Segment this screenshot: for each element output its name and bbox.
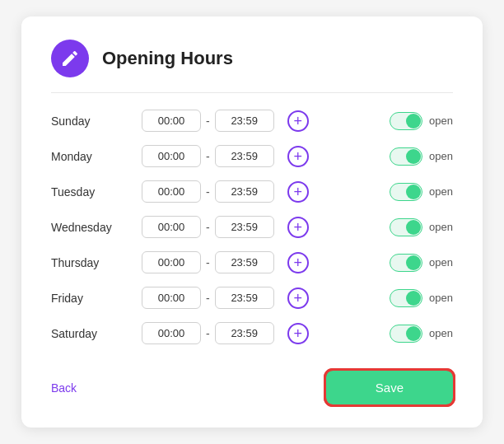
day-label: Wednesday [51, 221, 142, 234]
toggle-wrap: open [390, 218, 453, 236]
day-row: Tuesday - + open [51, 180, 453, 203]
time-range: - + [142, 322, 309, 344]
toggle-slider [390, 183, 422, 201]
toggle-slider [390, 289, 422, 307]
toggle-knob [406, 220, 421, 235]
toggle-knob [406, 149, 421, 164]
open-status-label: open [429, 292, 453, 304]
toggle-wrap: open [390, 289, 453, 307]
open-status-label: open [429, 115, 453, 127]
day-row: Sunday - + open [51, 110, 453, 132]
time-separator: - [206, 115, 210, 128]
toggle-slider [390, 325, 422, 343]
open-toggle[interactable] [390, 218, 422, 236]
time-range: - + [142, 287, 309, 309]
add-time-button[interactable]: + [287, 252, 309, 273]
header-icon-wrap [51, 40, 89, 77]
time-range: - + [142, 110, 309, 132]
toggle-knob [406, 326, 421, 341]
page-title: Opening Hours [102, 48, 233, 69]
open-status-label: open [429, 185, 453, 198]
toggle-wrap: open [390, 325, 453, 343]
toggle-slider [390, 218, 422, 236]
time-range: - + [142, 180, 309, 203]
start-time-input[interactable] [142, 180, 201, 203]
footer: Back Save [51, 364, 453, 404]
toggle-wrap: open [390, 254, 453, 272]
start-time-input[interactable] [142, 322, 201, 344]
day-row: Friday - + open [51, 287, 453, 309]
day-label: Friday [51, 292, 142, 305]
toggle-knob [406, 114, 421, 129]
days-list: Sunday - + open Monday - [51, 110, 453, 344]
day-label: Monday [51, 150, 142, 163]
time-range: - + [142, 145, 309, 167]
open-toggle[interactable] [390, 147, 422, 166]
toggle-knob [406, 255, 421, 270]
open-toggle[interactable] [390, 112, 422, 130]
open-status-label: open [429, 150, 453, 162]
time-range: - + [142, 251, 309, 273]
day-row: Monday - + open [51, 145, 453, 167]
end-time-input[interactable] [215, 322, 274, 344]
toggle-wrap: open [390, 147, 453, 166]
day-row: Saturday - + open [51, 322, 453, 344]
time-separator: - [206, 221, 210, 234]
add-time-button[interactable]: + [287, 146, 309, 167]
day-row: Thursday - + open [51, 251, 453, 273]
day-label: Sunday [51, 115, 142, 128]
day-label: Saturday [51, 327, 142, 340]
add-time-button[interactable]: + [287, 217, 309, 238]
open-status-label: open [429, 221, 453, 233]
add-time-button[interactable]: + [287, 287, 309, 309]
day-row: Wednesday - + open [51, 216, 453, 238]
toggle-slider [390, 147, 422, 166]
start-time-input[interactable] [142, 110, 201, 132]
edit-icon [60, 49, 80, 68]
time-separator: - [206, 292, 210, 305]
start-time-input[interactable] [142, 216, 201, 238]
card-header: Opening Hours [51, 40, 453, 93]
open-toggle[interactable] [390, 289, 422, 307]
toggle-wrap: open [390, 183, 453, 201]
open-status-label: open [429, 256, 453, 269]
time-separator: - [206, 185, 210, 199]
open-toggle[interactable] [390, 183, 422, 201]
toggle-knob [406, 185, 421, 199]
save-button[interactable]: Save [326, 371, 453, 404]
add-time-button[interactable]: + [287, 110, 309, 132]
end-time-input[interactable] [215, 110, 274, 132]
day-label: Thursday [51, 256, 142, 269]
toggle-slider [390, 254, 422, 272]
time-separator: - [206, 150, 210, 163]
back-button[interactable]: Back [51, 381, 77, 395]
toggle-knob [406, 291, 421, 306]
add-time-button[interactable]: + [287, 323, 309, 344]
time-range: - + [142, 216, 309, 238]
end-time-input[interactable] [215, 216, 274, 238]
end-time-input[interactable] [215, 180, 274, 203]
start-time-input[interactable] [142, 287, 201, 309]
open-status-label: open [429, 327, 453, 339]
end-time-input[interactable] [215, 145, 274, 167]
start-time-input[interactable] [142, 145, 201, 167]
end-time-input[interactable] [215, 287, 274, 309]
time-separator: - [206, 256, 210, 269]
toggle-wrap: open [390, 112, 453, 130]
toggle-slider [390, 112, 422, 130]
open-toggle[interactable] [390, 325, 422, 343]
opening-hours-card: Opening Hours Sunday - + open Monday [21, 16, 483, 428]
day-label: Tuesday [51, 185, 142, 199]
time-separator: - [206, 327, 210, 340]
open-toggle[interactable] [390, 254, 422, 272]
end-time-input[interactable] [215, 251, 274, 273]
start-time-input[interactable] [142, 251, 201, 273]
add-time-button[interactable]: + [287, 181, 309, 203]
